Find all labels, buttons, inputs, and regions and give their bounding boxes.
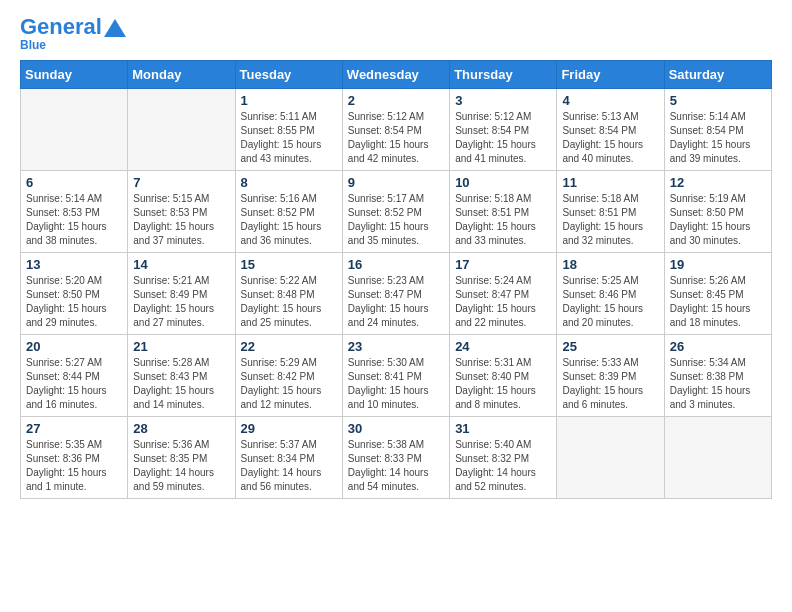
calendar-header-row: SundayMondayTuesdayWednesdayThursdayFrid…: [21, 61, 772, 89]
calendar-cell: 18Sunrise: 5:25 AMSunset: 8:46 PMDayligh…: [557, 253, 664, 335]
calendar-week-row: 1Sunrise: 5:11 AMSunset: 8:55 PMDaylight…: [21, 89, 772, 171]
calendar-cell: 22Sunrise: 5:29 AMSunset: 8:42 PMDayligh…: [235, 335, 342, 417]
cell-content: Sunrise: 5:28 AMSunset: 8:43 PMDaylight:…: [133, 356, 229, 412]
cell-content: Sunrise: 5:30 AMSunset: 8:41 PMDaylight:…: [348, 356, 444, 412]
day-number: 18: [562, 257, 658, 272]
cell-content: Sunrise: 5:16 AMSunset: 8:52 PMDaylight:…: [241, 192, 337, 248]
day-number: 30: [348, 421, 444, 436]
calendar-cell: 1Sunrise: 5:11 AMSunset: 8:55 PMDaylight…: [235, 89, 342, 171]
cell-content: Sunrise: 5:40 AMSunset: 8:32 PMDaylight:…: [455, 438, 551, 494]
cell-content: Sunrise: 5:25 AMSunset: 8:46 PMDaylight:…: [562, 274, 658, 330]
cell-content: Sunrise: 5:22 AMSunset: 8:48 PMDaylight:…: [241, 274, 337, 330]
calendar-cell: 20Sunrise: 5:27 AMSunset: 8:44 PMDayligh…: [21, 335, 128, 417]
day-number: 14: [133, 257, 229, 272]
day-number: 1: [241, 93, 337, 108]
day-of-week-header: Friday: [557, 61, 664, 89]
cell-content: Sunrise: 5:14 AMSunset: 8:53 PMDaylight:…: [26, 192, 122, 248]
day-of-week-header: Tuesday: [235, 61, 342, 89]
day-number: 29: [241, 421, 337, 436]
svg-marker-0: [104, 19, 126, 37]
calendar-cell: [557, 417, 664, 499]
day-number: 7: [133, 175, 229, 190]
calendar-cell: 2Sunrise: 5:12 AMSunset: 8:54 PMDaylight…: [342, 89, 449, 171]
cell-content: Sunrise: 5:17 AMSunset: 8:52 PMDaylight:…: [348, 192, 444, 248]
calendar-cell: 3Sunrise: 5:12 AMSunset: 8:54 PMDaylight…: [450, 89, 557, 171]
calendar-cell: 10Sunrise: 5:18 AMSunset: 8:51 PMDayligh…: [450, 171, 557, 253]
calendar-cell: 27Sunrise: 5:35 AMSunset: 8:36 PMDayligh…: [21, 417, 128, 499]
cell-content: Sunrise: 5:18 AMSunset: 8:51 PMDaylight:…: [455, 192, 551, 248]
day-number: 20: [26, 339, 122, 354]
logo-text: General: [20, 16, 102, 38]
cell-content: Sunrise: 5:21 AMSunset: 8:49 PMDaylight:…: [133, 274, 229, 330]
calendar-cell: [664, 417, 771, 499]
cell-content: Sunrise: 5:14 AMSunset: 8:54 PMDaylight:…: [670, 110, 766, 166]
day-of-week-header: Saturday: [664, 61, 771, 89]
calendar-cell: 31Sunrise: 5:40 AMSunset: 8:32 PMDayligh…: [450, 417, 557, 499]
calendar-cell: 4Sunrise: 5:13 AMSunset: 8:54 PMDaylight…: [557, 89, 664, 171]
calendar-week-row: 6Sunrise: 5:14 AMSunset: 8:53 PMDaylight…: [21, 171, 772, 253]
calendar-cell: 6Sunrise: 5:14 AMSunset: 8:53 PMDaylight…: [21, 171, 128, 253]
cell-content: Sunrise: 5:11 AMSunset: 8:55 PMDaylight:…: [241, 110, 337, 166]
cell-content: Sunrise: 5:13 AMSunset: 8:54 PMDaylight:…: [562, 110, 658, 166]
cell-content: Sunrise: 5:34 AMSunset: 8:38 PMDaylight:…: [670, 356, 766, 412]
day-number: 17: [455, 257, 551, 272]
calendar-cell: 8Sunrise: 5:16 AMSunset: 8:52 PMDaylight…: [235, 171, 342, 253]
cell-content: Sunrise: 5:27 AMSunset: 8:44 PMDaylight:…: [26, 356, 122, 412]
logo-blue-text: Blue: [20, 38, 46, 52]
day-number: 26: [670, 339, 766, 354]
calendar-cell: 14Sunrise: 5:21 AMSunset: 8:49 PMDayligh…: [128, 253, 235, 335]
day-number: 22: [241, 339, 337, 354]
day-number: 13: [26, 257, 122, 272]
calendar-cell: 28Sunrise: 5:36 AMSunset: 8:35 PMDayligh…: [128, 417, 235, 499]
calendar-cell: 26Sunrise: 5:34 AMSunset: 8:38 PMDayligh…: [664, 335, 771, 417]
cell-content: Sunrise: 5:37 AMSunset: 8:34 PMDaylight:…: [241, 438, 337, 494]
calendar-table: SundayMondayTuesdayWednesdayThursdayFrid…: [20, 60, 772, 499]
calendar-cell: 30Sunrise: 5:38 AMSunset: 8:33 PMDayligh…: [342, 417, 449, 499]
day-number: 3: [455, 93, 551, 108]
calendar-cell: 15Sunrise: 5:22 AMSunset: 8:48 PMDayligh…: [235, 253, 342, 335]
cell-content: Sunrise: 5:12 AMSunset: 8:54 PMDaylight:…: [348, 110, 444, 166]
day-number: 15: [241, 257, 337, 272]
logo-triangle-icon: [104, 19, 126, 37]
cell-content: Sunrise: 5:18 AMSunset: 8:51 PMDaylight:…: [562, 192, 658, 248]
cell-content: Sunrise: 5:33 AMSunset: 8:39 PMDaylight:…: [562, 356, 658, 412]
day-of-week-header: Monday: [128, 61, 235, 89]
calendar-week-row: 27Sunrise: 5:35 AMSunset: 8:36 PMDayligh…: [21, 417, 772, 499]
cell-content: Sunrise: 5:23 AMSunset: 8:47 PMDaylight:…: [348, 274, 444, 330]
cell-content: Sunrise: 5:19 AMSunset: 8:50 PMDaylight:…: [670, 192, 766, 248]
day-of-week-header: Thursday: [450, 61, 557, 89]
calendar-cell: 9Sunrise: 5:17 AMSunset: 8:52 PMDaylight…: [342, 171, 449, 253]
cell-content: Sunrise: 5:38 AMSunset: 8:33 PMDaylight:…: [348, 438, 444, 494]
day-number: 28: [133, 421, 229, 436]
cell-content: Sunrise: 5:31 AMSunset: 8:40 PMDaylight:…: [455, 356, 551, 412]
day-number: 9: [348, 175, 444, 190]
calendar-cell: [128, 89, 235, 171]
calendar-cell: 13Sunrise: 5:20 AMSunset: 8:50 PMDayligh…: [21, 253, 128, 335]
logo: General Blue: [20, 16, 126, 52]
calendar-cell: 5Sunrise: 5:14 AMSunset: 8:54 PMDaylight…: [664, 89, 771, 171]
day-number: 23: [348, 339, 444, 354]
calendar-cell: 16Sunrise: 5:23 AMSunset: 8:47 PMDayligh…: [342, 253, 449, 335]
cell-content: Sunrise: 5:24 AMSunset: 8:47 PMDaylight:…: [455, 274, 551, 330]
cell-content: Sunrise: 5:26 AMSunset: 8:45 PMDaylight:…: [670, 274, 766, 330]
day-number: 24: [455, 339, 551, 354]
calendar-cell: [21, 89, 128, 171]
cell-content: Sunrise: 5:12 AMSunset: 8:54 PMDaylight:…: [455, 110, 551, 166]
calendar-cell: 25Sunrise: 5:33 AMSunset: 8:39 PMDayligh…: [557, 335, 664, 417]
day-number: 2: [348, 93, 444, 108]
day-number: 19: [670, 257, 766, 272]
day-of-week-header: Wednesday: [342, 61, 449, 89]
day-number: 11: [562, 175, 658, 190]
calendar-cell: 24Sunrise: 5:31 AMSunset: 8:40 PMDayligh…: [450, 335, 557, 417]
day-number: 21: [133, 339, 229, 354]
day-number: 8: [241, 175, 337, 190]
day-number: 12: [670, 175, 766, 190]
day-number: 31: [455, 421, 551, 436]
cell-content: Sunrise: 5:20 AMSunset: 8:50 PMDaylight:…: [26, 274, 122, 330]
cell-content: Sunrise: 5:29 AMSunset: 8:42 PMDaylight:…: [241, 356, 337, 412]
calendar-cell: 7Sunrise: 5:15 AMSunset: 8:53 PMDaylight…: [128, 171, 235, 253]
calendar-cell: 17Sunrise: 5:24 AMSunset: 8:47 PMDayligh…: [450, 253, 557, 335]
day-of-week-header: Sunday: [21, 61, 128, 89]
cell-content: Sunrise: 5:35 AMSunset: 8:36 PMDaylight:…: [26, 438, 122, 494]
cell-content: Sunrise: 5:15 AMSunset: 8:53 PMDaylight:…: [133, 192, 229, 248]
